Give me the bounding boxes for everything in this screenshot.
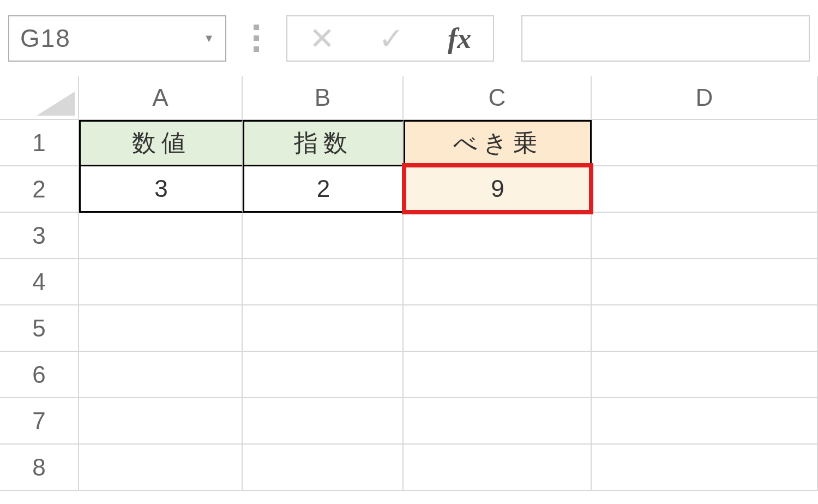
row-header-1[interactable]: 1 [0,120,79,166]
cell-b7[interactable] [243,398,404,445]
cell-c4[interactable] [404,259,592,305]
row-header-5[interactable]: 5 [0,305,79,352]
cell-c1[interactable]: べき乗 [404,120,592,166]
cell-d7[interactable] [592,398,818,445]
cell-b4[interactable] [243,259,404,305]
cell-b2[interactable]: 2 [243,166,404,213]
cell-a8[interactable] [79,445,243,491]
column-headers-row: A B C D [0,76,818,120]
select-all-corner[interactable] [0,76,79,120]
cell-a2[interactable]: 3 [79,166,243,213]
cell-c2-value: 9 [491,175,504,202]
formula-buttons: ✕ ✓ fx [286,15,494,62]
row-5: 5 [0,305,818,352]
cell-d8[interactable] [592,445,818,491]
row-header-2[interactable]: 2 [0,166,79,213]
column-header-c[interactable]: C [404,76,592,120]
cell-a3[interactable] [79,213,243,259]
row-header-3[interactable]: 3 [0,213,79,259]
row-3: 3 [0,213,818,259]
spreadsheet-grid: A B C D 1 数値 指数 べき乗 2 3 2 9 3 4 [0,76,818,491]
cell-c7[interactable] [404,398,592,445]
cell-c3[interactable] [404,213,592,259]
cell-b1[interactable]: 指数 [243,120,404,166]
chevron-down-icon[interactable]: ▼ [203,32,214,45]
column-header-b[interactable]: B [243,76,404,120]
cell-a7[interactable] [79,398,243,445]
cell-d4[interactable] [592,259,818,305]
cell-d6[interactable] [592,352,818,398]
row-1: 1 数値 指数 べき乗 [0,120,818,166]
row-6: 6 [0,352,818,398]
cell-b8[interactable] [243,445,404,491]
row-7: 7 [0,398,818,445]
cell-a5[interactable] [79,305,243,352]
row-header-7[interactable]: 7 [0,398,79,445]
cell-d2[interactable] [592,166,818,213]
cell-c2[interactable]: 9 [404,166,592,213]
cell-a4[interactable] [79,259,243,305]
column-header-a[interactable]: A [79,76,243,120]
cell-c5[interactable] [404,305,592,352]
check-icon: ✓ [378,21,404,56]
cell-a6[interactable] [79,352,243,398]
row-header-4[interactable]: 4 [0,259,79,305]
drag-handle-icon[interactable] [254,25,259,52]
column-header-d[interactable]: D [592,76,818,120]
fx-icon[interactable]: fx [448,22,471,55]
name-box-value: G18 [20,23,71,53]
cell-d1[interactable] [592,120,818,166]
cancel-icon: ✕ [309,21,335,56]
cell-b5[interactable] [243,305,404,352]
cell-d5[interactable] [592,305,818,352]
formula-input[interactable] [521,15,810,62]
row-header-6[interactable]: 6 [0,352,79,398]
row-8: 8 [0,445,818,491]
cell-a1[interactable]: 数値 [79,120,243,166]
name-box[interactable]: G18 ▼ [8,15,226,62]
cell-b3[interactable] [243,213,404,259]
cell-b6[interactable] [243,352,404,398]
cell-c8[interactable] [404,445,592,491]
cell-c6[interactable] [404,352,592,398]
cell-d3[interactable] [592,213,818,259]
formula-bar-area: G18 ▼ ✕ ✓ fx [0,0,818,76]
row-4: 4 [0,259,818,305]
row-2: 2 3 2 9 [0,166,818,213]
row-header-8[interactable]: 8 [0,445,79,491]
